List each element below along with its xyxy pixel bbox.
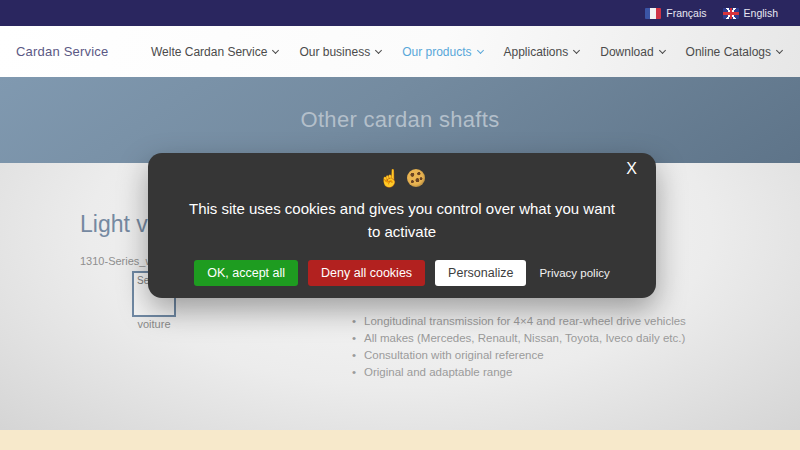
flag-uk-icon [723, 8, 739, 19]
chevron-down-icon [272, 46, 279, 53]
cookie-message: This site uses cookies and gives you con… [182, 198, 622, 243]
privacy-policy-link[interactable]: Privacy policy [539, 267, 609, 279]
language-english-label: English [744, 7, 778, 19]
feature-item: Longitudinal transmission for 4×4 and re… [352, 313, 686, 330]
chevron-down-icon [375, 46, 382, 53]
language-francais[interactable]: Français [645, 7, 706, 19]
nav-label: Our products [402, 45, 471, 59]
cookie-dialog-icons: ☝ [148, 166, 656, 190]
language-francais-label: Français [666, 7, 706, 19]
page-title: Other cardan shafts [301, 107, 500, 133]
flag-france-icon [645, 8, 661, 19]
feature-item: All makes (Mercedes, Renault, Nissan, To… [352, 330, 686, 347]
nav-label: Download [600, 45, 653, 59]
nav-label: Online Catalogs [686, 45, 771, 59]
pointing-hand-icon: ☝ [379, 170, 400, 187]
feature-item: Original and adaptable range [352, 364, 686, 381]
language-bar: Français English [0, 0, 800, 26]
cookie-button-row: OK, accept all Deny all cookies Personal… [148, 260, 656, 286]
nav-label: Our business [299, 45, 370, 59]
feature-list: Longitudinal transmission for 4×4 and re… [352, 313, 686, 381]
personalize-button[interactable]: Personalize [435, 260, 526, 286]
chevron-down-icon [476, 46, 483, 53]
nav-item-welte-cardan-service[interactable]: Welte Cardan Service [151, 45, 279, 59]
chevron-down-icon [776, 46, 783, 53]
language-english[interactable]: English [723, 7, 778, 19]
nav-item-download[interactable]: Download [600, 45, 664, 59]
site-header: Cardan Service Welte Cardan Service Our … [0, 26, 800, 77]
cookie-icon [407, 169, 425, 187]
nav-label: Applications [504, 45, 569, 59]
chevron-down-icon [573, 46, 580, 53]
nav-item-our-business[interactable]: Our business [299, 45, 381, 59]
accept-all-button[interactable]: OK, accept all [194, 260, 298, 286]
page: Français English Cardan Service Welte Ca… [0, 0, 800, 450]
feature-item: Consultation with original reference [352, 347, 686, 364]
deny-all-button[interactable]: Deny all cookies [308, 260, 425, 286]
footer-band [0, 430, 800, 450]
cookie-consent-dialog: X ☝ This site uses cookies and gives you… [148, 153, 656, 298]
chevron-down-icon [659, 46, 666, 53]
nav-label: Welte Cardan Service [151, 45, 268, 59]
image-caption: voiture [114, 318, 194, 330]
site-logo[interactable]: Cardan Service [16, 44, 108, 59]
page-banner: Other cardan shafts [0, 77, 800, 163]
main-nav: Welte Cardan Service Our business Our pr… [151, 45, 782, 59]
nav-item-our-products[interactable]: Our products [402, 45, 482, 59]
nav-item-online-catalogs[interactable]: Online Catalogs [686, 45, 782, 59]
close-icon[interactable]: X [626, 161, 637, 177]
nav-item-applications[interactable]: Applications [504, 45, 580, 59]
